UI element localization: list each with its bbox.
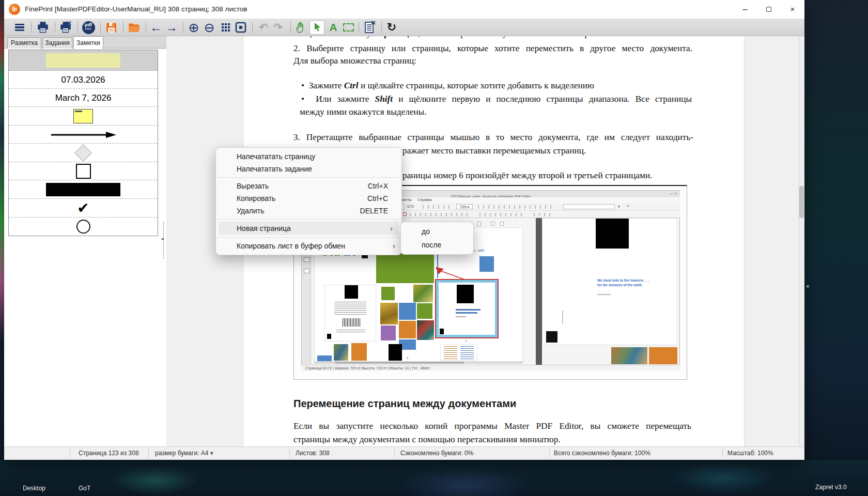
- close-button[interactable]: ×: [781, 0, 804, 19]
- sticky-note-microtext: [75, 111, 82, 112]
- menu-item-copy[interactable]: КопироватьCtrl+C: [216, 192, 401, 205]
- previous-page-icon[interactable]: ←: [149, 19, 163, 36]
- mosaic-tile: [399, 321, 416, 338]
- tab-zametki[interactable]: Заметки: [73, 36, 103, 49]
- vertical-scrollbar[interactable]: [799, 36, 804, 446]
- menu-item-new-page[interactable]: Новая страница›: [219, 222, 399, 235]
- mosaic-tile: [381, 326, 396, 340]
- open-folder-icon[interactable]: [126, 19, 142, 36]
- refresh-icon[interactable]: ↻: [384, 19, 399, 36]
- thumb-orange: [351, 343, 367, 361]
- desktop-icon-label-desktop[interactable]: Desktop: [23, 485, 45, 492]
- status-total-saved: Всего сэкономлено бумаги: 100%: [554, 446, 650, 460]
- mosaic-tile-photo: [413, 285, 433, 302]
- multi-page-view-icon[interactable]: [219, 19, 233, 36]
- thumb-blue-square: [479, 256, 494, 272]
- desktop-left-strip: [0, 0, 4, 496]
- redo-icon[interactable]: ↷: [271, 19, 285, 36]
- doc-step3: 3. Перетащите выбранные страницы мышью в…: [293, 132, 693, 143]
- doc-bullet1: • Зажмите Ctrl и щёлкайте страницы, кото…: [301, 80, 594, 91]
- desktop-bottom-strip: [0, 460, 868, 496]
- doc-bullet2: • Или зажмите Shift и щёлкните первую и …: [301, 94, 692, 105]
- pdf-pro-icon[interactable]: pdfPRO: [81, 19, 96, 36]
- vertical-scrollbar-thumb[interactable]: [799, 186, 804, 218]
- mpe-zoom-field: 73% ▾: [456, 204, 473, 209]
- print-page-icon[interactable]: [35, 19, 51, 36]
- context-menu: Напечататать страницу Напечататать задан…: [215, 147, 402, 255]
- desktop-icon-label-got[interactable]: GoT: [79, 485, 90, 492]
- hand-tool-icon[interactable]: [293, 19, 308, 36]
- mpe-right-page: We must look to the heavens . . . for th…: [542, 218, 677, 345]
- mpe-view-icon: [491, 222, 494, 226]
- thumb-black: [389, 344, 402, 361]
- save-icon[interactable]: [103, 19, 119, 36]
- note-row-sticky[interactable]: [9, 107, 158, 126]
- status-paper-size[interactable]: размер бумаги: A4 ▾: [155, 446, 213, 460]
- desktop-icon-label-zapret[interactable]: Zapret v3.0: [815, 484, 847, 491]
- menu-icon[interactable]: [13, 19, 26, 36]
- doc-fragment-insert: раницы номер 6 произойдёт между второй и…: [402, 170, 653, 181]
- minimize-button[interactable]: –: [733, 0, 757, 19]
- thumb-blue: [317, 355, 332, 361]
- next-page-icon[interactable]: →: [164, 19, 179, 36]
- status-page-indicator: Страница 123 из 308: [79, 446, 139, 460]
- maximize-button[interactable]: [757, 0, 781, 19]
- undo-icon[interactable]: ↶: [256, 19, 271, 36]
- main-toolbar: [4, 19, 804, 36]
- doc-fragment-display: ражает место выставки перемещаемых стран…: [402, 145, 586, 157]
- zoom-out-icon[interactable]: ⊖: [202, 19, 217, 36]
- delete-page-icon[interactable]: [362, 19, 377, 36]
- splitter-collapse-icon[interactable]: ◄: [160, 237, 164, 241]
- note-row-circle[interactable]: [9, 218, 158, 236]
- note-row-arrow[interactable]: [9, 126, 158, 144]
- note-row-diamond[interactable]: [9, 144, 158, 162]
- notes-preview-panel: 07.03.2026 March 7, 2026 ✔: [8, 50, 158, 236]
- mpe-window-controls: – ▫ ×: [670, 192, 677, 195]
- marquee-select-icon[interactable]: [341, 19, 355, 36]
- fit-page-icon[interactable]: [234, 19, 248, 36]
- menu-item-cut[interactable]: ВырезатьCtrl+X: [216, 180, 401, 192]
- note-row-check[interactable]: ✔: [9, 199, 158, 218]
- thumb-label-5: 5: [407, 357, 408, 360]
- thumb-photo: [334, 344, 348, 361]
- doc-heading: Перемещение страниц между документами: [293, 398, 516, 410]
- note-row-square[interactable]: [9, 162, 158, 180]
- status-paper-saved: Сэкономлено бумаги: 0%: [400, 446, 473, 460]
- mpe-menu-help: Справка: [417, 198, 431, 202]
- tab-zadaniya[interactable]: Задания: [42, 37, 72, 49]
- circle-stamp: [76, 220, 90, 234]
- note-row-black-rect[interactable]: [9, 180, 158, 199]
- submenu-chevron-icon: ›: [390, 222, 393, 235]
- menu-item-print-job[interactable]: Напечататать задание: [216, 163, 401, 175]
- menu-item-copy-sheet[interactable]: Копировать лист в буфер обмен›: [216, 240, 401, 252]
- menu-item-print-page[interactable]: Напечататать страницу: [216, 150, 401, 163]
- note-row-date-text[interactable]: March 7, 2026: [9, 89, 158, 107]
- menu-separator: [216, 177, 401, 178]
- mpe-search-caret: ▾: [618, 205, 620, 209]
- mosaic-tile: [417, 303, 432, 319]
- submenu-item-after[interactable]: после: [401, 238, 473, 252]
- note-row-date-numeric[interactable]: 07.03.2026: [9, 71, 158, 89]
- zoom-in-icon[interactable]: ⊕: [186, 19, 202, 36]
- mpe-status-text: Страница 6/172 | Ширина: 720 пт Высота: …: [305, 366, 430, 370]
- tab-razmetka[interactable]: Разметка: [7, 37, 41, 49]
- mpe-photo-rect: [611, 347, 647, 364]
- highlight-stamp: [46, 53, 120, 68]
- text-tool-icon[interactable]: A: [327, 19, 340, 36]
- mpe-page-gutter: [536, 218, 542, 365]
- menu-item-delete[interactable]: УдалитьDELETE: [216, 205, 401, 217]
- mosaic-tile: [381, 287, 395, 300]
- mpe-view-icon: [477, 222, 481, 226]
- paper-dropdown-icon: ▾: [210, 450, 213, 457]
- doc-para-line2: страницы между документами с помощью пер…: [293, 434, 561, 445]
- thumb-label-6: 6: [465, 339, 467, 343]
- mpe-orange-rect: [649, 347, 677, 364]
- note-row-header[interactable]: [9, 50, 158, 71]
- diamond-stamp: [74, 144, 92, 162]
- submenu-chevron-icon: ›: [393, 240, 395, 252]
- select-tool-icon[interactable]: [310, 19, 324, 36]
- print-cancel-icon[interactable]: [58, 19, 73, 36]
- submenu-item-before[interactable]: до: [401, 225, 473, 238]
- menu-separator: [216, 237, 401, 238]
- doc-step2b: Для выбора множества страниц:: [293, 55, 416, 67]
